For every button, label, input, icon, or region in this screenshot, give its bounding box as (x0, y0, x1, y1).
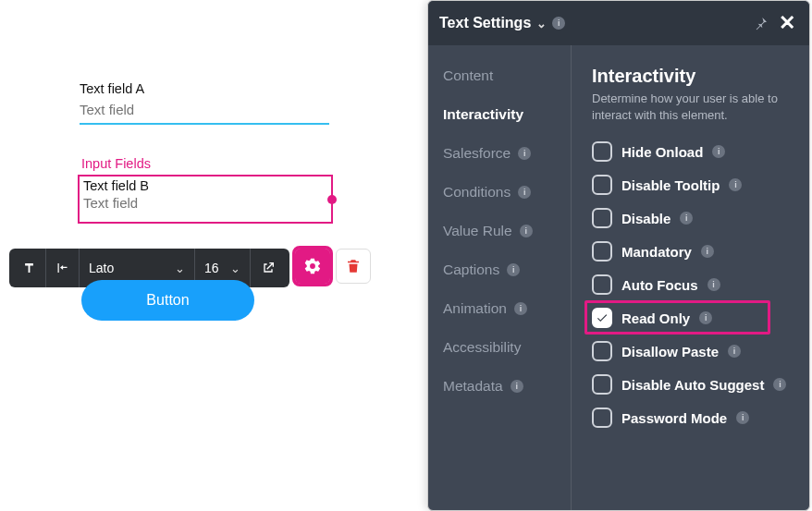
field-b-label: Text field B (83, 178, 327, 193)
nav-item-accessibility[interactable]: Accessibility (443, 339, 571, 356)
checkbox[interactable] (592, 308, 612, 328)
chevron-down-icon: ⌄ (536, 17, 547, 30)
nav-item-label: Captions (443, 262, 499, 278)
settings-nav: ContentInteractivitySalesforceiCondition… (428, 45, 572, 510)
open-external-icon[interactable] (251, 249, 286, 287)
nav-item-metadata[interactable]: Metadatai (443, 378, 571, 395)
info-icon[interactable]: i (728, 345, 741, 358)
delete-button[interactable] (336, 249, 371, 284)
option-read-only[interactable]: Read Onlyi (592, 308, 793, 328)
option-label: Mandatory (621, 244, 692, 260)
option-label: Disable (621, 211, 671, 226)
text-tool-icon[interactable] (13, 249, 46, 287)
info-icon[interactable]: i (511, 380, 523, 393)
field-a-label: Text field A (80, 81, 329, 96)
option-mandatory[interactable]: Mandatoryi (592, 241, 793, 262)
settings-button[interactable] (295, 249, 330, 284)
nav-item-interactivity[interactable]: Interactivity (443, 106, 571, 123)
checkbox[interactable] (592, 208, 612, 228)
settings-panel: Text Settings ⌄ i ✕ ContentInteractivity… (427, 0, 810, 511)
text-field-a-input[interactable] (80, 98, 329, 125)
option-label: Disable Tooltip (621, 177, 720, 193)
option-label: Password Mode (621, 410, 727, 426)
trash-icon (345, 258, 362, 274)
nav-item-label: Animation (443, 300, 507, 317)
checkbox[interactable] (592, 374, 612, 395)
option-disable[interactable]: Disablei (592, 208, 793, 228)
option-label: Disallow Paste (621, 344, 719, 359)
checkbox[interactable] (592, 141, 612, 162)
option-disable-tooltip[interactable]: Disable Tooltipi (592, 175, 793, 195)
section-desc: Determine how your user is able to inter… (592, 91, 793, 123)
info-icon[interactable]: i (736, 411, 749, 424)
info-icon[interactable]: i (701, 245, 714, 258)
nav-item-content[interactable]: Content (443, 67, 571, 84)
info-icon[interactable]: i (514, 302, 527, 315)
info-icon[interactable]: i (507, 263, 520, 276)
close-icon[interactable]: ✕ (776, 11, 798, 35)
checkbox[interactable] (592, 274, 612, 295)
text-field-b-input[interactable] (83, 193, 327, 213)
checkbox[interactable] (592, 241, 612, 262)
info-icon[interactable]: i (552, 17, 565, 30)
option-auto-focus[interactable]: Auto Focusi (592, 274, 793, 295)
nav-item-label: Conditions (443, 184, 511, 201)
nav-item-label: Value Rule (443, 223, 512, 239)
nav-item-salesforce[interactable]: Salesforcei (443, 145, 571, 162)
font-size-value: 16 (204, 261, 219, 275)
panel-body: ContentInteractivitySalesforceiCondition… (428, 45, 809, 510)
gear-icon (303, 257, 322, 275)
canvas-button[interactable]: Button (81, 280, 254, 321)
canvas: Text field A Input Fields Text field B L… (0, 0, 425, 511)
info-icon[interactable]: i (680, 212, 693, 225)
font-family-value: Lato (89, 261, 114, 275)
info-icon[interactable]: i (518, 186, 531, 199)
info-icon[interactable]: i (518, 147, 531, 160)
nav-item-captions[interactable]: Captionsi (443, 262, 571, 278)
option-disallow-paste[interactable]: Disallow Pastei (592, 341, 793, 361)
settings-content: Interactivity Determine how your user is… (572, 45, 809, 510)
nav-item-label: Metadata (443, 378, 503, 395)
nav-item-label: Interactivity (443, 106, 523, 123)
pin-icon[interactable] (754, 16, 776, 30)
nav-item-animation[interactable]: Animationi (443, 300, 571, 317)
info-icon[interactable]: i (712, 145, 725, 158)
nav-item-label: Accessibility (443, 339, 521, 356)
info-icon[interactable]: i (707, 278, 720, 291)
panel-title-text: Text Settings (439, 15, 531, 31)
nav-item-conditions[interactable]: Conditionsi (443, 184, 571, 201)
option-password-mode[interactable]: Password Modei (592, 408, 793, 428)
option-disable-auto-suggest[interactable]: Disable Auto Suggesti (592, 374, 793, 395)
nav-item-label: Content (443, 67, 493, 84)
selected-field-b[interactable]: Input Fields Text field B (78, 156, 333, 224)
checkbox[interactable] (592, 408, 612, 428)
panel-title[interactable]: Text Settings ⌄ i (439, 15, 565, 31)
interactivity-options: Hide OnloadiDisable TooltipiDisableiMand… (592, 141, 793, 428)
option-label: Hide Onload (621, 144, 703, 160)
text-field-a-block: Text field A (80, 81, 329, 125)
align-icon[interactable] (46, 249, 80, 287)
chevron-down-icon: ⌄ (230, 262, 240, 275)
option-label: Auto Focus (621, 277, 698, 293)
panel-header: Text Settings ⌄ i ✕ (428, 1, 809, 45)
section-title: Interactivity (592, 66, 793, 87)
info-icon[interactable]: i (729, 178, 742, 191)
checkbox[interactable] (592, 341, 612, 361)
info-icon[interactable]: i (699, 311, 712, 324)
resize-handle-right[interactable] (327, 195, 337, 204)
checkbox[interactable] (592, 175, 612, 195)
info-icon[interactable]: i (520, 225, 533, 237)
chevron-down-icon: ⌄ (175, 262, 185, 275)
info-icon[interactable]: i (773, 378, 786, 391)
selection-box: Text field B (78, 175, 333, 224)
option-label: Disable Auto Suggest (621, 377, 764, 393)
section-label: Input Fields (81, 156, 333, 171)
nav-item-value-rule[interactable]: Value Rulei (443, 223, 571, 239)
option-hide-onload[interactable]: Hide Onloadi (592, 141, 793, 162)
option-label: Read Only (621, 310, 690, 326)
nav-item-label: Salesforce (443, 145, 511, 162)
